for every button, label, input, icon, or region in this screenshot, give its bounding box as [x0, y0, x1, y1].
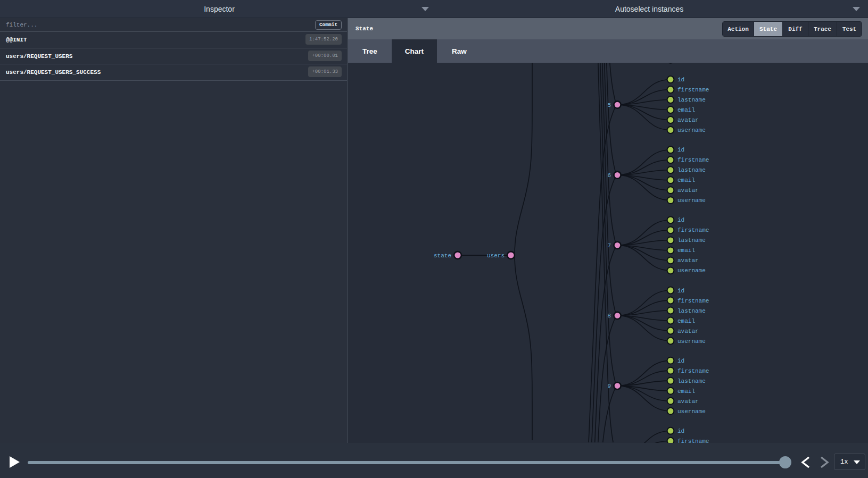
svg-text:id: id: [677, 358, 684, 364]
svg-text:firstname: firstname: [677, 227, 709, 233]
svg-text:9: 9: [607, 383, 611, 389]
svg-text:email: email: [677, 247, 695, 254]
svg-text:avatar: avatar: [677, 187, 699, 194]
svg-text:lastname: lastname: [677, 378, 706, 384]
svg-text:lastname: lastname: [677, 97, 706, 103]
svg-text:id: id: [677, 217, 684, 223]
svg-text:firstname: firstname: [677, 87, 709, 93]
svg-text:firstname: firstname: [677, 157, 709, 163]
svg-text:username: username: [677, 338, 706, 345]
svg-text:username: username: [677, 408, 706, 415]
svg-text:lastname: lastname: [677, 167, 706, 173]
svg-text:id: id: [677, 288, 684, 294]
svg-text:username: username: [677, 267, 706, 274]
svg-text:users: users: [487, 253, 505, 259]
svg-text:avatar: avatar: [677, 398, 699, 405]
svg-text:state: state: [434, 253, 451, 259]
svg-text:firstname: firstname: [677, 438, 709, 443]
svg-text:firstname: firstname: [677, 298, 709, 304]
svg-text:id: id: [677, 428, 684, 434]
svg-text:avatar: avatar: [677, 328, 699, 334]
svg-text:firstname: firstname: [677, 368, 709, 374]
svg-text:lastname: lastname: [677, 237, 706, 244]
svg-text:id: id: [677, 77, 684, 83]
svg-text:email: email: [677, 107, 695, 113]
svg-text:8: 8: [607, 313, 611, 319]
svg-text:avatar: avatar: [677, 257, 699, 264]
svg-text:username: username: [677, 127, 706, 133]
svg-text:email: email: [677, 388, 695, 395]
svg-text:id: id: [677, 147, 684, 153]
svg-text:lastname: lastname: [677, 308, 706, 314]
svg-text:7: 7: [607, 242, 611, 249]
svg-text:5: 5: [607, 102, 611, 108]
svg-text:username: username: [677, 197, 706, 204]
svg-text:6: 6: [607, 172, 611, 179]
svg-text:username: username: [677, 63, 706, 63]
svg-text:avatar: avatar: [677, 117, 699, 123]
svg-text:email: email: [677, 177, 695, 183]
svg-text:email: email: [677, 318, 695, 324]
